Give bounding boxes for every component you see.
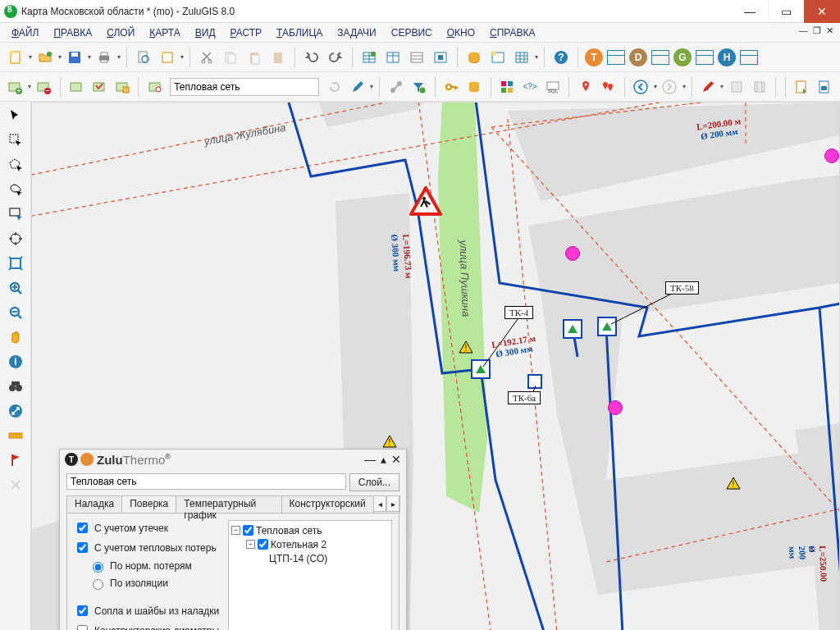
panel-expand-icon[interactable]: ▴ [381, 453, 386, 466]
sql-icon[interactable]: SQL [542, 76, 563, 98]
tab-scroll-left[interactable]: ◂ [373, 495, 386, 512]
menu-raster[interactable]: РАСТР [231, 27, 262, 39]
cb-loss[interactable]: С учетом тепловых потерь [74, 540, 221, 555]
code-icon[interactable]: <?> [519, 76, 540, 98]
module-d2-icon[interactable] [651, 50, 669, 65]
pin2-icon[interactable] [598, 76, 619, 98]
table2-icon[interactable] [382, 47, 404, 68]
binoc-icon[interactable] [7, 377, 25, 395]
menu-layer[interactable]: СЛОЙ [107, 27, 135, 39]
tab-naladka[interactable]: Наладка [66, 495, 122, 513]
module-g-icon[interactable]: G [673, 48, 692, 66]
new-icon[interactable] [5, 47, 26, 68]
export-map-icon[interactable] [815, 76, 835, 98]
copy-icon[interactable] [220, 47, 241, 68]
pointer-icon[interactable] [7, 107, 25, 125]
select-rect-icon[interactable] [7, 131, 25, 149]
menu-table[interactable]: ТАБЛИЦА [276, 27, 322, 39]
red-pencil-icon[interactable] [698, 76, 719, 98]
table1-icon[interactable] [358, 47, 380, 68]
info-icon[interactable]: i [7, 353, 25, 371]
active-layer-input[interactable] [170, 78, 319, 96]
select-poly-icon[interactable] [7, 156, 25, 174]
db2-icon[interactable] [464, 76, 485, 98]
key-icon[interactable] [441, 76, 462, 98]
menu-help[interactable]: СПРАВКА [490, 27, 536, 39]
module-t-icon[interactable]: T [585, 48, 603, 66]
overlay1-icon[interactable] [726, 76, 746, 98]
export-doc-icon[interactable] [792, 76, 812, 98]
menu-view[interactable]: ВИД [195, 27, 216, 39]
undo-icon[interactable] [301, 47, 322, 68]
new-map-icon[interactable] [157, 47, 178, 68]
module-t2-icon[interactable] [607, 50, 625, 65]
layer-d-icon[interactable] [144, 76, 165, 98]
nav-back-icon[interactable] [631, 76, 651, 98]
close-button[interactable]: ✕ [804, 0, 840, 23]
panel-minimize-icon[interactable]: — [364, 453, 376, 466]
layer-add-icon[interactable]: + [5, 76, 25, 98]
last-tool-icon[interactable] [7, 476, 25, 494]
menu-tasks[interactable]: ЗАДАЧИ [337, 27, 376, 39]
print-preview-icon[interactable] [133, 47, 154, 68]
link-icon[interactable] [7, 402, 25, 420]
layer-a-icon[interactable] [66, 76, 87, 98]
select-lasso-icon[interactable] [7, 180, 25, 199]
mdi-buttons[interactable]: — ❐ ✕ [799, 25, 833, 36]
module-d-icon[interactable]: D [629, 48, 647, 66]
db-icon[interactable] [463, 47, 485, 68]
tab-design[interactable]: Конструкторский [281, 495, 374, 513]
module-h2-icon[interactable] [740, 50, 758, 65]
menu-map[interactable]: КАРТА [149, 27, 180, 39]
layer-b-icon[interactable] [89, 76, 110, 98]
module-g2-icon[interactable] [696, 50, 714, 65]
paste-special-icon[interactable] [267, 47, 289, 68]
select-rect2-icon[interactable] [7, 205, 25, 223]
edit-pencil-icon[interactable] [347, 76, 368, 98]
tab-scroll-right[interactable]: ▸ [386, 495, 399, 512]
cb-nozzle[interactable]: Сопла и шайбы из наладки [74, 603, 221, 619]
layer-remove-icon[interactable]: − [34, 76, 54, 98]
filter-icon[interactable] [409, 76, 429, 98]
menu-window[interactable]: ОКНО [447, 27, 475, 39]
flag-icon[interactable] [7, 451, 25, 469]
tab-poverka[interactable]: Поверка [121, 495, 176, 513]
target-icon[interactable] [7, 230, 25, 248]
open-icon[interactable] [34, 47, 56, 68]
layer-c-icon[interactable] [112, 76, 132, 98]
panel-layer-input[interactable] [66, 473, 346, 490]
trace-icon[interactable] [386, 76, 406, 98]
layer-tree[interactable]: −Тепловая сеть −Котельная 2 ЦТП-14 (СО) [228, 520, 392, 630]
panel-layer-button[interactable]: Слой... [349, 473, 399, 491]
table4-icon[interactable] [430, 47, 451, 68]
cb-diam[interactable]: Конструкторские диаметры [74, 623, 221, 630]
rb-norm[interactable]: По норм. потерям [89, 559, 221, 573]
pin-icon[interactable] [575, 76, 596, 98]
tab-temp-graph[interactable]: Температурный график [176, 495, 281, 513]
table3-icon[interactable] [406, 47, 427, 68]
blocks1-icon[interactable] [497, 76, 518, 98]
nav-fwd-icon[interactable] [660, 76, 680, 98]
zoom-in-icon[interactable] [7, 279, 25, 297]
newtable-icon[interactable] [487, 47, 509, 68]
minimize-button[interactable]: — [732, 0, 768, 23]
table5-icon[interactable] [511, 47, 532, 68]
cut-icon[interactable] [196, 47, 217, 68]
menu-file[interactable]: ФАЙЛ [11, 27, 39, 39]
redo-icon[interactable] [325, 47, 346, 68]
menu-edit[interactable]: ПРАВКА [53, 27, 92, 39]
rb-iso[interactable]: По изоляции [89, 577, 221, 590]
help-icon[interactable]: ? [550, 47, 572, 68]
save-icon[interactable] [64, 47, 85, 68]
ruler-icon[interactable] [7, 427, 25, 445]
print-icon[interactable] [94, 47, 115, 68]
cb-leaks[interactable]: С учетом утечек [74, 520, 221, 536]
panel-close-icon[interactable]: ✕ [391, 453, 401, 466]
overlay2-icon[interactable] [749, 76, 769, 98]
extent-icon[interactable] [7, 254, 25, 272]
maximize-button[interactable]: ▭ [768, 0, 804, 23]
paste-icon[interactable] [244, 47, 265, 68]
zoom-out-icon[interactable] [7, 304, 25, 322]
module-h-icon[interactable]: H [718, 48, 736, 66]
reload-layer-icon[interactable] [324, 76, 345, 98]
